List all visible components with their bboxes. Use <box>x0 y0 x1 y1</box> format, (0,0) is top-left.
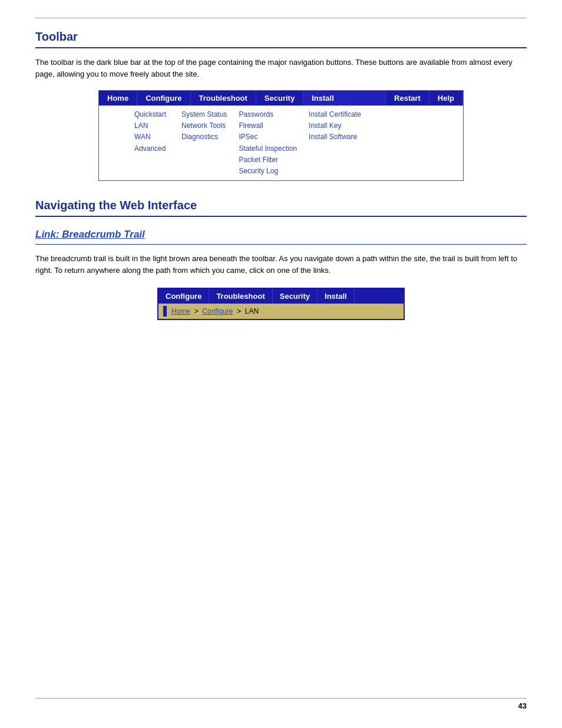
toolbar-nav-bar: Home Configure Troubleshoot Security Ins… <box>99 91 463 106</box>
troubleshoot-diagnostics[interactable]: Diagnostics <box>181 131 227 143</box>
bc-security[interactable]: Security <box>273 289 318 304</box>
security-stateful[interactable]: Stateful Inspection <box>239 143 297 154</box>
nav-help[interactable]: Help <box>429 91 463 106</box>
configure-quickstart[interactable]: Quickstart <box>134 109 170 120</box>
nav-configure[interactable]: Configure <box>137 91 190 106</box>
dropdown-home-col <box>99 108 128 178</box>
trail-home-link[interactable]: Home <box>171 307 190 315</box>
nav-home[interactable]: Home <box>99 91 137 106</box>
nav-restart[interactable]: Restart <box>386 91 429 106</box>
bc-configure[interactable]: Configure <box>158 289 209 304</box>
breadcrumb-trail: Home > Configure > LAN <box>171 307 259 315</box>
bc-troubleshoot[interactable]: Troubleshoot <box>209 289 272 304</box>
security-log[interactable]: Security Log <box>239 166 297 177</box>
navigating-section-title: Navigating the Web Interface <box>35 199 527 212</box>
bc-left-bar <box>163 306 167 317</box>
top-rule <box>35 18 527 18</box>
toolbar-dropdown: Quickstart LAN WAN Advanced System Statu… <box>99 106 463 180</box>
breadcrumb-description: The breadcrumb trail is built in the lig… <box>35 253 527 276</box>
security-packet-filter[interactable]: Packet Filter <box>239 154 297 166</box>
install-key[interactable]: Install Key <box>309 120 361 131</box>
trail-configure-link[interactable]: Configure <box>202 307 233 315</box>
dropdown-security-col: Passwords Firewall IPSec Stateful Inspec… <box>233 108 303 178</box>
bc-install[interactable]: Install <box>318 289 355 304</box>
toolbar-section-title: Toolbar <box>35 30 527 44</box>
breadcrumb-section-title: Link: Breadcrumb Trail <box>35 229 527 241</box>
toolbar-demo: Home Configure Troubleshoot Security Ins… <box>98 90 464 181</box>
install-software[interactable]: Install Software <box>309 131 361 143</box>
troubleshoot-system-status[interactable]: System Status <box>181 109 227 120</box>
page-number: 43 <box>518 701 527 710</box>
breadcrumb-trail-row: Home > Configure > LAN <box>158 304 404 319</box>
toolbar-section-rule <box>35 47 527 48</box>
bottom-rule <box>35 698 527 699</box>
link-rule <box>35 244 527 245</box>
configure-wan[interactable]: WAN <box>134 131 170 143</box>
trail-current: LAN <box>245 307 259 315</box>
security-passwords[interactable]: Passwords <box>239 109 297 120</box>
dropdown-configure-col: Quickstart LAN WAN Advanced <box>128 108 176 178</box>
nav-security[interactable]: Security <box>256 91 303 106</box>
security-firewall[interactable]: Firewall <box>239 120 297 131</box>
troubleshoot-network-tools[interactable]: Network Tools <box>181 120 227 131</box>
breadcrumb-demo: Configure Troubleshoot Security Install … <box>157 288 405 320</box>
toolbar-description: The toolbar is the dark blue bar at the … <box>35 57 527 80</box>
breadcrumb-nav-bar: Configure Troubleshoot Security Install <box>158 289 404 304</box>
configure-lan[interactable]: LAN <box>134 120 170 131</box>
configure-advanced[interactable]: Advanced <box>134 143 170 154</box>
nav-section-rule <box>35 216 527 217</box>
dropdown-install-col: Install Certificate Install Key Install … <box>303 108 367 178</box>
dropdown-troubleshoot-col: System Status Network Tools Diagnostics <box>176 108 233 178</box>
nav-install[interactable]: Install <box>303 91 386 106</box>
security-ipsec[interactable]: IPSec <box>239 131 297 143</box>
page-container: Toolbar The toolbar is the dark blue bar… <box>0 0 562 728</box>
install-certificate[interactable]: Install Certificate <box>309 109 361 120</box>
nav-troubleshoot[interactable]: Troubleshoot <box>191 91 256 106</box>
